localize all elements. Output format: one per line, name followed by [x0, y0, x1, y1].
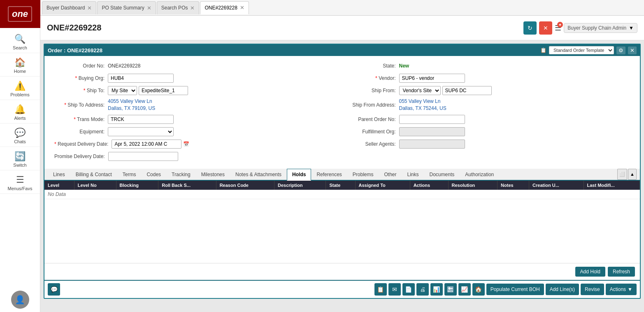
- tab-po-state-summary[interactable]: PO State Summary ✕: [97, 1, 156, 14]
- fulfillment-org-label: Fulfillment Org:: [346, 129, 399, 135]
- tab-label-po-state-summary: PO State Summary: [102, 5, 144, 11]
- fulfillment-org-row: Fulfillment Org:: [346, 127, 630, 137]
- footer-chat-icon[interactable]: 💬: [48, 283, 60, 296]
- state-row: State: New: [346, 61, 630, 71]
- sidebar-item-search[interactable]: 🔍 Search: [0, 30, 40, 53]
- switch-icon: 🔄: [14, 151, 26, 162]
- panel-close-icon[interactable]: ✕: [628, 47, 637, 54]
- actions-dropdown-button[interactable]: Actions ▼: [606, 284, 637, 295]
- tab-search-pos[interactable]: Search POs ✕: [157, 1, 200, 14]
- tab-tracking[interactable]: Tracking: [166, 169, 196, 181]
- vendor-input[interactable]: [399, 74, 465, 83]
- panel-collapse-icon[interactable]: ▲: [628, 169, 637, 180]
- content-area: Order : ONE#2269228 📋 Standard Order Tem…: [40, 40, 644, 312]
- ship-to-addr-value: 4055 Valley View Ln Dallas, TX 79109, US: [108, 98, 155, 112]
- tab-one-2269228[interactable]: ONE#2269228 ✕: [200, 1, 249, 14]
- revise-button[interactable]: Revise: [581, 284, 604, 295]
- tab-references[interactable]: References: [311, 169, 347, 181]
- sidebar-item-home[interactable]: 🏠 Home: [0, 53, 40, 77]
- user-avatar[interactable]: 👤: [11, 291, 29, 309]
- trans-mode-input[interactable]: [108, 115, 174, 124]
- holds-no-data-row: No Data: [44, 190, 640, 199]
- sidebar-item-alerts[interactable]: 🔔 Alerts: [0, 100, 40, 123]
- panel-settings-icon[interactable]: ⚙: [616, 47, 625, 54]
- populate-boh-button[interactable]: Populate Current BOH: [486, 284, 544, 295]
- parent-order-label: Parent Order No:: [346, 116, 399, 122]
- tab-documents[interactable]: Documents: [424, 169, 460, 181]
- add-hold-button[interactable]: Add Hold: [575, 267, 605, 277]
- footer-chart-icon[interactable]: 📈: [458, 283, 471, 296]
- tab-close-search-pos[interactable]: ✕: [190, 5, 195, 11]
- tab-notes[interactable]: Notes & Attachments: [230, 169, 287, 181]
- footer-toolbar: 💬 📋 ✉ 📄 🖨 📊 🔙 📈 🏠 Populate Current BOH A…: [44, 280, 640, 298]
- sidebar-item-switch[interactable]: 🔄 Switch: [0, 147, 40, 170]
- seller-agents-row: Seller Agents:: [346, 139, 630, 149]
- sidebar-item-menus[interactable]: ☰ Menus/Favs: [0, 170, 40, 194]
- main-area: Buyer Dashboard ✕ PO State Summary ✕ Sea…: [40, 0, 644, 312]
- actions-dropdown-arrow-icon: ▼: [628, 286, 632, 292]
- tab-other[interactable]: Other: [379, 169, 402, 181]
- ship-from-label: Ship From:: [346, 88, 399, 93]
- tab-milestones[interactable]: Milestones: [196, 169, 230, 181]
- footer-home-icon[interactable]: 🏠: [472, 283, 485, 296]
- tab-close-buyer-dashboard[interactable]: ✕: [87, 5, 92, 11]
- req-delivery-input[interactable]: [112, 140, 181, 149]
- vendor-label: * Vendor:: [346, 75, 399, 81]
- tab-links[interactable]: Links: [402, 169, 424, 181]
- footer-copy-icon[interactable]: 📄: [402, 283, 415, 296]
- sidebar-item-chats[interactable]: 💬 Chats: [0, 123, 40, 147]
- ship-from-dc-input[interactable]: [442, 86, 492, 95]
- tab-close-po-state-summary[interactable]: ✕: [147, 5, 151, 11]
- refresh-button[interactable]: ↻: [523, 21, 537, 35]
- seller-agents-input[interactable]: [399, 140, 465, 149]
- tab-terms[interactable]: Terms: [117, 169, 142, 181]
- tab-lines[interactable]: Lines: [48, 169, 70, 181]
- holds-content: Level Level No Blocking Roll Back S... R…: [44, 181, 640, 263]
- inner-tab-bar: Lines Billing & Contact Terms Codes Trac…: [44, 169, 640, 181]
- add-lines-button[interactable]: Add Line(s): [546, 284, 579, 295]
- tab-holds[interactable]: Holds: [287, 169, 311, 181]
- col-assigned-to: Assigned To: [355, 181, 410, 190]
- calendar-icon[interactable]: 📅: [183, 141, 189, 147]
- panel-expand-icon[interactable]: ⬜: [617, 169, 627, 180]
- close-button[interactable]: ✕: [539, 21, 552, 35]
- fulfillment-org-input[interactable]: [399, 127, 465, 136]
- sidebar-item-problems[interactable]: ⚠️ Problems: [0, 77, 40, 100]
- col-state: State: [326, 181, 355, 190]
- tab-buyer-dashboard[interactable]: Buyer Dashboard ✕: [42, 1, 96, 14]
- footer-email-icon[interactable]: ✉: [388, 283, 401, 296]
- tab-close-one-2269228[interactable]: ✕: [240, 5, 244, 11]
- refresh-holds-button[interactable]: Refresh: [608, 267, 635, 277]
- footer-back-icon[interactable]: 🔙: [444, 283, 457, 296]
- no-data-label: No Data: [44, 190, 640, 199]
- template-dropdown[interactable]: Standard Order Template: [549, 46, 614, 54]
- ship-from-select[interactable]: Vendor's Site: [399, 86, 441, 95]
- tab-problems[interactable]: Problems: [347, 169, 379, 181]
- order-no-value: ONE#2269228: [108, 63, 339, 69]
- user-dropdown[interactable]: Buyer Supply Chain Admin ▼: [564, 23, 637, 33]
- footer-print-icon[interactable]: 🖨: [416, 283, 429, 296]
- ship-to-select[interactable]: My Site: [108, 86, 137, 95]
- bell-icon: 🔔: [14, 104, 26, 115]
- equipment-select[interactable]: [108, 127, 174, 136]
- buying-org-input[interactable]: [108, 74, 174, 83]
- buying-org-label: * Buying Org:: [54, 75, 108, 81]
- promise-delivery-input[interactable]: [108, 152, 178, 161]
- tab-label-buyer-dashboard: Buyer Dashboard: [46, 5, 85, 11]
- menu-button[interactable]: ☰ ★: [555, 23, 561, 33]
- sidebar-label-switch: Switch: [13, 163, 26, 168]
- page-title: ONE#2269228: [47, 23, 523, 33]
- state-label: State:: [346, 63, 399, 69]
- req-delivery-row: * Request Delivery Date: 📅: [54, 139, 339, 149]
- app-logo[interactable]: one: [0, 0, 40, 28]
- req-delivery-label: * Request Delivery Date:: [54, 141, 112, 147]
- tab-billing[interactable]: Billing & Contact: [70, 169, 117, 181]
- star-badge: ★: [557, 22, 563, 28]
- parent-order-input[interactable]: [399, 115, 465, 124]
- equipment-row: Equipment:: [54, 127, 339, 137]
- footer-clipboard-icon[interactable]: 📋: [374, 283, 387, 296]
- footer-table-icon[interactable]: 📊: [430, 283, 443, 296]
- tab-authorization[interactable]: Authorization: [460, 169, 499, 181]
- tab-codes[interactable]: Codes: [141, 169, 166, 181]
- ship-to-expedite-input[interactable]: [139, 86, 188, 95]
